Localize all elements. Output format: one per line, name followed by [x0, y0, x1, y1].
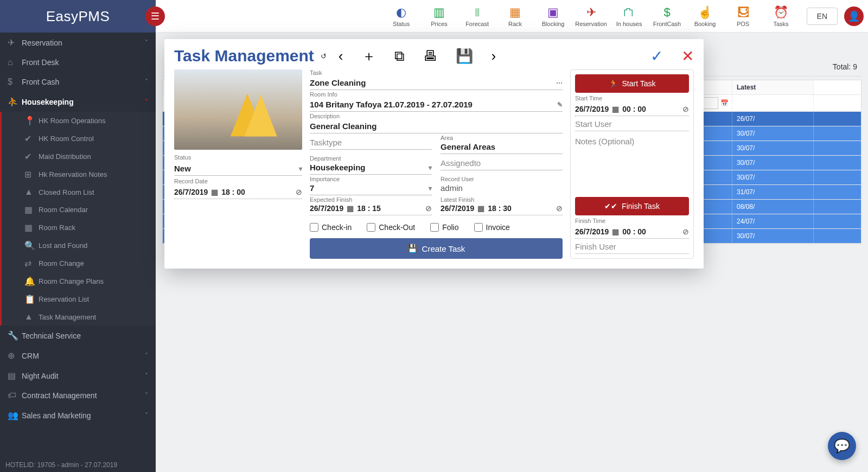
start-user-field[interactable]: Start User: [575, 118, 689, 131]
sidebar-item-reservation-list[interactable]: 📋Reservation List: [17, 290, 156, 308]
history-icon[interactable]: ↺: [321, 52, 327, 60]
area-field[interactable]: General Areas: [441, 141, 563, 154]
add-icon[interactable]: ＋: [362, 49, 376, 63]
start-time-input[interactable]: 00 : 00: [622, 105, 646, 113]
start-task-button[interactable]: 🏃 Start Task: [575, 74, 689, 93]
sidebar-item-hk-reservation-notes[interactable]: ⊞Hk Reservation Notes: [17, 165, 156, 183]
sidebar-item-contract-management[interactable]: 🏷Contract Management˅: [0, 386, 156, 405]
avatar-button[interactable]: 👤: [844, 7, 864, 26]
sidebar-item-crm[interactable]: ⊕CRM˅: [0, 346, 156, 366]
sidebar-item-reservation[interactable]: ✈Reservation˅: [0, 33, 156, 53]
topnav-frontcash[interactable]: $FrontCash: [648, 1, 686, 32]
topnav-forecast[interactable]: ⫴Forecast: [458, 1, 496, 32]
confirm-icon[interactable]: ✓: [650, 47, 663, 65]
record-time-input[interactable]: 18 : 00: [221, 188, 245, 196]
latest-finish-date-input[interactable]: 26/7/2019: [441, 204, 474, 213]
calendar-icon[interactable]: ▦: [612, 105, 619, 113]
importance-select[interactable]: 7▾: [310, 182, 432, 195]
room-info-field[interactable]: 104 Britany Tafoya 21.07.2019 - 27.07.20…: [310, 99, 563, 112]
blocking-icon: ▣: [547, 5, 559, 20]
tasktype-select[interactable]: Tasktype: [310, 137, 432, 150]
folio-checkbox[interactable]: Folio: [430, 223, 458, 232]
record-user-field: admin: [441, 182, 563, 195]
finish-user-field[interactable]: Finish User: [575, 241, 689, 254]
finish-date-input[interactable]: 26/7/2019: [575, 227, 609, 236]
sidebar-item-room-calendar[interactable]: ▦Room Calendar: [17, 201, 156, 219]
sidebar-item-closed-room-list[interactable]: ▲Closed Room List: [17, 183, 156, 201]
clear-icon[interactable]: ⊘: [556, 204, 563, 213]
clear-icon[interactable]: ⊘: [682, 227, 689, 236]
calendar-icon[interactable]: ▦: [347, 204, 354, 213]
topnav-prices[interactable]: ▥Prices: [420, 1, 458, 32]
calendar-icon[interactable]: ▦: [612, 227, 619, 236]
sidebar-item-room-change[interactable]: ⇄Room Change: [17, 254, 156, 272]
topnav-tasks[interactable]: ⏰Tasks: [762, 1, 800, 32]
chevron-icon: ˅: [145, 412, 148, 419]
clear-icon[interactable]: ⊘: [425, 204, 432, 213]
sidebar-item-hk-room-control[interactable]: ✔HK Room Control: [17, 130, 156, 148]
tasks-icon: ⏰: [774, 5, 788, 20]
chat-fab[interactable]: 💬: [828, 432, 856, 460]
topnav-pos[interactable]: ⛾POS: [724, 1, 762, 32]
save-icon: 💾: [407, 244, 418, 253]
calendar-icon[interactable]: 📅: [720, 99, 729, 107]
department-select[interactable]: Housekeeping▾: [310, 162, 432, 175]
calendar-icon[interactable]: ▦: [477, 204, 484, 213]
task-field[interactable]: Zone Cleaning⋯: [310, 77, 563, 90]
clear-icon[interactable]: ⊘: [682, 105, 689, 113]
sidebar-icon: ▲: [24, 312, 39, 322]
invoice-checkbox[interactable]: Invoice: [474, 223, 510, 232]
expected-finish-date-input[interactable]: 26/7/2019: [310, 204, 343, 213]
sidebar-item-room-rack[interactable]: ▦Room Rack: [17, 219, 156, 237]
sidebar-icon: ✔: [24, 151, 39, 162]
create-task-button[interactable]: 💾 Create Task: [310, 238, 563, 259]
more-icon[interactable]: ⋯: [556, 79, 563, 87]
finish-task-button[interactable]: ✔✔ Finish Task: [575, 197, 689, 215]
finish-time-input[interactable]: 00 : 00: [622, 227, 646, 236]
topnav-blocking[interactable]: ▣Blocking: [534, 1, 572, 32]
assignedto-field[interactable]: Assignedto: [441, 157, 563, 170]
topnav-rack[interactable]: ▦Rack: [496, 1, 534, 32]
record-date-input[interactable]: 26/7/2019: [174, 188, 208, 196]
sidebar-item-front-desk[interactable]: ⌂Front Desk: [0, 53, 156, 72]
col-latest[interactable]: Latest: [732, 80, 814, 94]
sidebar-item-night-audit[interactable]: ▤Night Audit˅: [0, 366, 156, 386]
description-field[interactable]: General Cleaning: [310, 120, 563, 133]
checkin-checkbox[interactable]: Check-in: [310, 223, 352, 232]
topnav-status[interactable]: ◐Status: [382, 1, 420, 32]
prev-icon[interactable]: ‹: [339, 49, 343, 63]
hamburger-menu-button[interactable]: ☰: [145, 7, 165, 26]
sidebar-item-room-change-plans[interactable]: 🔔Room Change Plans: [17, 272, 156, 290]
sidebar-item-housekeeping[interactable]: ⛹Housekeeping˄: [0, 92, 156, 112]
edit-icon[interactable]: ✎: [557, 101, 563, 109]
topnav-booking[interactable]: ☝Booking: [686, 1, 724, 32]
sidebar-item-front-cash[interactable]: $Front Cash˅: [0, 72, 156, 92]
sidebar-icon: 📍: [24, 116, 39, 126]
expected-finish-time-input[interactable]: 18 : 15: [357, 204, 381, 213]
clear-icon[interactable]: ⊘: [296, 188, 302, 196]
latest-finish-time-input[interactable]: 18 : 30: [488, 204, 512, 213]
close-icon[interactable]: ✕: [681, 47, 694, 65]
language-button[interactable]: EN: [807, 8, 838, 25]
notes-field[interactable]: Notes (Optional): [575, 136, 689, 195]
sidebar-item-hk-room-operations[interactable]: 📍HK Room Operations: [17, 112, 156, 130]
sidebar-icon: ⛹: [8, 97, 22, 107]
topnav-reservation[interactable]: ✈Reservation: [572, 1, 610, 32]
checkout-checkbox[interactable]: Check-Out: [367, 223, 415, 232]
sidebar-icon: ⊕: [8, 350, 22, 361]
start-date-input[interactable]: 26/7/2019: [575, 105, 609, 113]
sidebar-icon: ▦: [24, 222, 39, 233]
calendar-icon[interactable]: ▦: [211, 188, 218, 196]
next-icon[interactable]: ›: [492, 49, 496, 63]
topnav-in-houses[interactable]: ⛫In houses: [610, 1, 648, 32]
sidebar-item-technical-service[interactable]: 🔧Technical Service: [0, 326, 156, 346]
booking-icon: ☝: [698, 5, 712, 20]
status-select[interactable]: New▾: [174, 163, 302, 176]
print-icon[interactable]: 🖶: [423, 49, 437, 63]
sidebar-item-lost-and-found[interactable]: 🔍Lost and Found: [17, 237, 156, 254]
sidebar-item-task-management[interactable]: ▲Task Management: [17, 308, 156, 326]
sidebar-item-sales-and-marketing[interactable]: 👥Sales and Marketing˅: [0, 405, 156, 425]
sidebar-item-maid-distribution[interactable]: ✔Maid Distribution: [17, 148, 156, 165]
copy-icon[interactable]: ⧉: [394, 49, 405, 63]
save-icon[interactable]: 💾: [456, 49, 473, 63]
